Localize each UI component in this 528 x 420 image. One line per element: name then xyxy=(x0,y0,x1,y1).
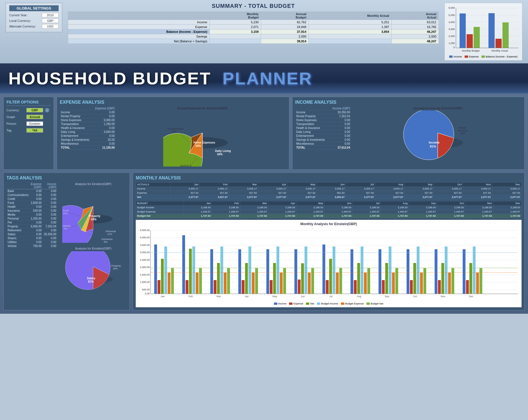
expense-row-savings: Savings & Investments25.00 xyxy=(60,138,116,142)
tags-col-income: Income (GBP) xyxy=(43,182,57,189)
expense-analysis-title: EXPENSE ANALYSIS xyxy=(60,100,286,105)
svg-text:Monthly Actual: Monthly Actual xyxy=(492,49,508,52)
svg-text:2,500.00: 2,500.00 xyxy=(140,259,150,261)
expense-row-transport: Transportation1,290.00 xyxy=(60,122,116,126)
tag-filter-value[interactable]: *All xyxy=(26,128,43,133)
svg-text:Transportation: Transportation xyxy=(167,127,184,130)
budget-expense-row: Budget Expense 1,440.671,440.671,440.671… xyxy=(136,210,522,214)
currency-filter-value[interactable]: GBP xyxy=(26,108,43,112)
expense-table-area: Expense (GBP) Income0.00 Rental Property… xyxy=(60,107,116,167)
alternate-currency-value[interactable]: USD xyxy=(42,24,59,29)
svg-text:12%: 12% xyxy=(172,130,177,133)
col-feb: Feb xyxy=(200,183,229,187)
income-col-header: Income (GBP) xyxy=(329,107,351,110)
col-oct: Oct xyxy=(434,183,463,187)
expense-row-misc: Miscellaneous0.00 xyxy=(60,142,116,146)
col-aug: Aug xyxy=(375,183,404,187)
svg-text:Food: Food xyxy=(63,209,69,212)
svg-text:54%: 54% xyxy=(195,144,201,147)
monthly-legend-budget-income-label: Budget Income xyxy=(321,302,338,305)
budget-table: BUDGET Jan Feb Mar Apr May Jun Jul Aug S… xyxy=(136,201,522,218)
svg-rect-158 xyxy=(445,246,448,294)
expense-monthly-budget: 2,071 xyxy=(210,25,261,29)
svg-text:Jan: Jan xyxy=(161,295,165,298)
title-household: HOUSEHOLD xyxy=(8,68,133,88)
savings-label: Savings xyxy=(68,34,210,39)
actuals-net-row: Net 2,377.673,027.672,077.672,077.672,07… xyxy=(136,195,522,199)
monthly-legend-expense-box xyxy=(289,303,292,305)
alternate-currency-label: Alternate Currency: xyxy=(9,25,40,28)
monthly-legend-budget-expense-box xyxy=(341,303,344,305)
svg-text:Personal: Personal xyxy=(106,230,116,233)
expense-analysis-content: Expense (GBP) Income0.00 Rental Property… xyxy=(60,107,286,167)
svg-text:Vehicle: Vehicle xyxy=(63,225,71,227)
col-jun: Jun xyxy=(317,183,346,187)
income-row-misc: Miscellaneous0.00 xyxy=(295,142,351,146)
monthly-chart-svg: 4,500.00 4,000.00 3,500.00 3,000.00 2,50… xyxy=(138,227,519,300)
svg-rect-155 xyxy=(435,249,437,294)
monthly-chart-container: Monthly Analysis for Einstein(GBP) 4,500… xyxy=(136,220,522,307)
tags-analysis-title: TAGS ANALYSIS xyxy=(6,176,127,181)
svg-rect-110 xyxy=(252,273,255,294)
svg-rect-93 xyxy=(186,280,188,294)
svg-text:Insurance: Insurance xyxy=(102,238,113,241)
svg-text:Property: Property xyxy=(111,264,121,267)
svg-text:34%: 34% xyxy=(217,153,223,156)
current-year-value[interactable]: 2010 xyxy=(42,13,59,17)
tags-table-row: Credit0.000.00 xyxy=(6,197,57,201)
local-currency-value[interactable]: GBP xyxy=(42,19,59,23)
svg-rect-117 xyxy=(280,273,283,294)
budget-section-label: BUDGET xyxy=(136,201,184,206)
title-banner: HOUSEHOLD BUDGET PLANNER xyxy=(0,63,528,93)
title-planner: PLANNER xyxy=(222,68,312,88)
savings-row: Savings 2,000 2,000 xyxy=(68,34,439,39)
svg-text:Oct: Oct xyxy=(413,295,417,298)
svg-text:Property: Property xyxy=(458,129,468,132)
net-annual-budget: 39,914 xyxy=(261,39,309,44)
tags-table-row: Health0.000.00 xyxy=(6,205,57,209)
net-annual-actual: 48,247 xyxy=(391,39,439,44)
tags-table-row: Personal1,265.000.00 xyxy=(6,217,57,221)
global-settings-title: GLOBAL SETTINGS xyxy=(9,5,59,11)
net-label: Net (Balance + Savings) xyxy=(68,39,210,44)
expense-total-row: TOTAL11,155.00 xyxy=(60,146,116,150)
currency-info-icon[interactable]: i xyxy=(45,108,49,112)
dashboard-row1: FILTER OPTIONS Currency GBP i Graph Annu… xyxy=(3,97,525,170)
current-year-label: Current Year: xyxy=(9,13,40,17)
svg-rect-127 xyxy=(322,244,325,294)
monthly-legend-income: Income xyxy=(274,302,287,305)
tags-table-row: Insurance540.000.00 xyxy=(6,209,57,213)
monthly-legend-net: Net xyxy=(306,302,314,305)
svg-text:1,500.00: 1,500.00 xyxy=(140,273,150,276)
svg-text:4,000.00: 4,000.00 xyxy=(140,236,150,239)
global-settings-panel: GLOBAL SETTINGS Current Year: 2010 Local… xyxy=(6,3,62,32)
balance-label: Balance (Income - Expense) xyxy=(68,29,210,34)
svg-rect-87 xyxy=(161,259,164,294)
income-monthly-actual: 5,251 xyxy=(309,20,392,25)
svg-rect-17 xyxy=(488,13,495,48)
income-annual-budget: 62,762 xyxy=(261,20,309,25)
svg-rect-114 xyxy=(270,280,273,294)
currency-filter-row: Currency GBP i xyxy=(6,108,51,112)
svg-rect-141 xyxy=(379,249,381,294)
svg-rect-85 xyxy=(154,244,157,294)
svg-rect-90 xyxy=(171,268,174,294)
svg-rect-116 xyxy=(276,246,279,294)
expense-analysis-panel: EXPENSE ANALYSIS Expense (GBP) Income0.0… xyxy=(57,97,289,170)
svg-text:1,000.00: 1,000.00 xyxy=(140,281,150,283)
svg-rect-146 xyxy=(395,268,398,294)
svg-rect-19 xyxy=(502,22,509,48)
svg-text:2,000: 2,000 xyxy=(448,35,455,38)
b-col-mar: Mar xyxy=(240,201,268,206)
svg-rect-115 xyxy=(273,263,276,294)
income-chart-title: Annual Income for Einstein(GBP) xyxy=(413,107,462,110)
svg-rect-95 xyxy=(192,246,195,294)
graph-filter-value[interactable]: Annual xyxy=(26,115,43,119)
col-nov: Nov xyxy=(463,183,492,187)
person-filter-value[interactable]: Einstein xyxy=(26,121,43,126)
tags-table-row: Shares0.000.00 xyxy=(6,236,57,240)
legend-expense: Expense xyxy=(465,55,479,58)
legend-balance: Balance (Income - Expense) xyxy=(481,55,518,58)
income-analysis-title: INCOME ANALYSIS xyxy=(295,100,522,105)
tags-table-row: Utilities0.000.00 xyxy=(6,240,57,244)
